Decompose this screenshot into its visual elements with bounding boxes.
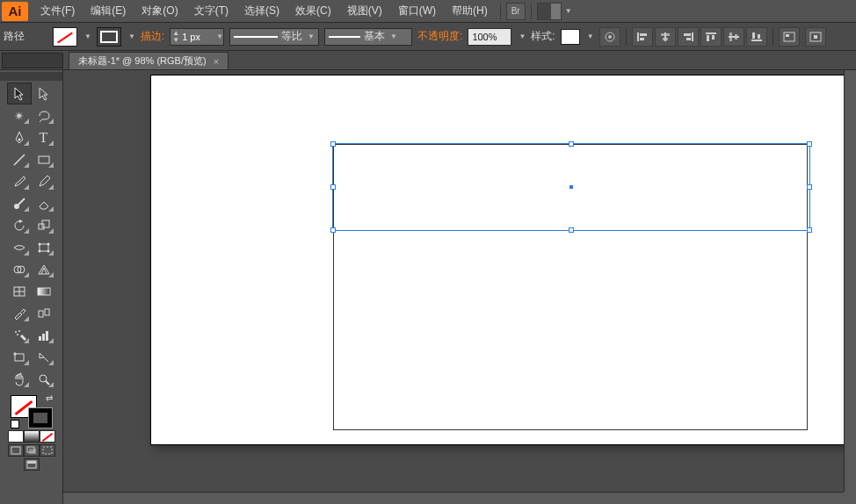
align-right-button[interactable] [678,27,699,47]
zoom-tool[interactable] [32,368,56,390]
svg-point-45 [18,330,20,332]
menu-object[interactable]: 对象(O) [134,0,185,22]
color-mode-gradient[interactable] [24,430,40,443]
mesh-tool[interactable] [7,280,32,302]
pen-tool[interactable] [7,126,32,148]
tab-strip-handle[interactable] [2,53,63,68]
canvas-area[interactable] [63,70,856,504]
align-top-button[interactable] [700,27,722,47]
svg-rect-4 [640,38,644,40]
stroke-color-icon[interactable] [28,407,53,428]
svg-line-28 [18,198,25,205]
align-vcenter-button[interactable] [723,27,744,47]
arrange-documents-button[interactable] [537,3,562,20]
shape-builder-tool[interactable] [7,258,32,280]
color-mode-row [8,430,55,443]
menu-edit[interactable]: 编辑(E) [83,0,133,22]
svg-rect-19 [758,34,760,39]
paintbrush-tool[interactable] [7,170,32,192]
column-graph-tool[interactable] [32,324,56,346]
artboard-tool[interactable] [7,346,32,368]
draw-inside assets[interactable] [40,444,55,457]
scale-tool[interactable] [32,214,56,236]
swap-fill-stroke-icon[interactable]: ⇄ [46,393,53,403]
blob-brush-tool[interactable] [7,192,32,214]
stroke-weight-field[interactable]: ▲▼ ▼ [170,28,224,46]
svg-rect-8 [692,32,693,41]
svg-rect-9 [684,33,691,36]
bridge-button[interactable]: Br [506,3,526,20]
vertical-scrollbar[interactable] [844,70,856,492]
screen-mode-row [24,458,40,471]
chevron-down-icon[interactable]: ▼ [84,32,91,40]
eyedropper-tool[interactable] [7,302,32,324]
slice-tool[interactable] [32,346,56,368]
isolate-button[interactable] [805,27,826,47]
close-icon[interactable]: × [214,56,219,67]
panel-drag-handle[interactable] [0,72,62,81]
chevron-down-icon[interactable]: ▼ [587,32,594,40]
line-segment-tool[interactable] [7,148,32,170]
stroke-weight-input[interactable] [179,29,214,45]
chevron-down-icon[interactable]: ▼ [519,32,526,40]
menu-effect[interactable]: 效果(C) [288,0,338,22]
screen-mode-button[interactable] [24,458,40,471]
draw-behind[interactable] [24,444,40,457]
color-mode-none[interactable] [40,430,55,443]
eraser-tool[interactable] [32,192,56,214]
svg-rect-3 [640,33,647,36]
stroke-label[interactable]: 描边: [141,29,164,44]
align-hcenter-button[interactable] [655,27,676,47]
menu-file[interactable]: 文件(F) [33,0,82,22]
horizontal-scrollbar[interactable] [63,492,844,504]
opacity-label[interactable]: 不透明度: [417,29,462,44]
transform-panel-button[interactable] [779,27,800,47]
chevron-down-icon[interactable]: ▼ [128,32,135,40]
menu-window[interactable]: 窗口(W) [391,0,443,22]
rectangle-tool[interactable] [32,148,56,170]
opacity-field[interactable]: 100% [468,28,511,46]
fill-stroke-proxy[interactable]: ⇄ [7,393,56,428]
document-tab[interactable]: 未标题-1* @ 98% (RGB/预览) × [69,52,229,69]
control-bar: 路径 ▼ ▼ 描边: ▲▼ ▼ 等比 ▼ 基本 ▼ 不透明度: 100% ▼ 样… [0,23,856,51]
variable-width-profile[interactable]: 等比 ▼ [229,28,319,46]
color-mode-solid[interactable] [8,430,24,443]
default-fill-stroke-icon[interactable] [11,420,19,428]
recolor-artwork-button[interactable] [599,27,620,47]
stroke-swatch[interactable] [97,27,121,47]
draw-mode-row [8,444,55,457]
svg-rect-15 [729,32,732,41]
symbol-sprayer-tool[interactable] [7,324,32,346]
graphic-style-swatch[interactable] [561,29,580,45]
menu-select[interactable]: 选择(S) [237,0,287,22]
pencil-tool[interactable] [32,170,56,192]
svg-point-46 [17,334,18,335]
selection-tool[interactable] [7,83,32,104]
magic-wand-tool[interactable]: ✴ [7,104,32,126]
svg-rect-2 [637,32,639,41]
perspective-grid-tool[interactable] [32,258,56,280]
lasso-tool[interactable] [32,104,56,126]
fill-swatch[interactable] [53,27,77,47]
artboard[interactable] [151,76,854,444]
align-left-button[interactable] [632,27,653,47]
scroll-corner [844,492,856,504]
selection-type-label: 路径 [4,29,47,44]
svg-rect-50 [15,354,24,361]
rectangle-path[interactable] [333,144,808,430]
width-tool[interactable] [7,236,32,258]
style-label[interactable]: 样式: [531,29,555,44]
hand-tool[interactable] [7,368,32,390]
menu-type[interactable]: 文字(T) [187,0,236,22]
type-tool[interactable]: T [32,126,56,148]
brush-definition[interactable]: 基本 ▼ [324,28,412,46]
direct-selection-tool[interactable] [32,83,56,104]
menu-help[interactable]: 帮助(H) [445,0,495,22]
rotate-tool[interactable] [7,214,32,236]
draw-normal[interactable] [8,444,24,457]
blend-tool[interactable] [32,302,56,324]
menu-view[interactable]: 视图(V) [340,0,389,22]
align-bottom-button[interactable] [746,27,767,47]
gradient-tool[interactable] [32,280,56,302]
free-transform-tool[interactable] [32,236,56,258]
